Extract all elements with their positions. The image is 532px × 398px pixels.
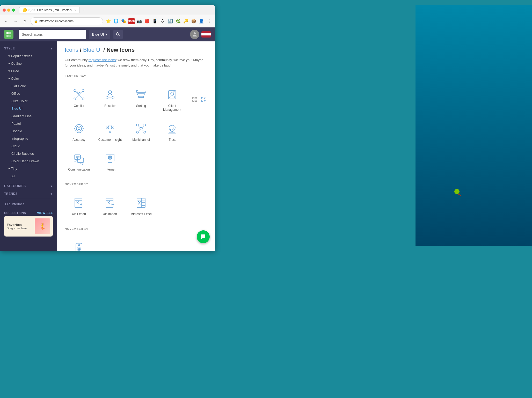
- sidebar-item-infographic[interactable]: Infographic: [0, 135, 57, 142]
- icon-multichannel[interactable]: Multichannel: [127, 118, 155, 145]
- extension-icon-7[interactable]: 🛡: [159, 18, 166, 24]
- sidebar-item-label: Doodle: [11, 129, 22, 133]
- search-bar[interactable]: [19, 30, 86, 39]
- bookmark-icon[interactable]: ⭐: [105, 18, 111, 24]
- sidebar-item-blue-ui[interactable]: Blue UI: [0, 105, 57, 112]
- more-options-button[interactable]: ⋮: [206, 18, 212, 24]
- title-bar: 🟡 3,700 Free Icons (PNG, vector) ✕ +: [0, 5, 215, 15]
- maximize-window-button[interactable]: [12, 9, 15, 12]
- svg-point-46: [108, 125, 112, 128]
- svg-point-39: [75, 124, 83, 133]
- forward-button[interactable]: →: [12, 18, 19, 25]
- icon-xls-export[interactable]: X Xls Export: [65, 192, 93, 219]
- sidebar-item-label: Pastel: [11, 122, 21, 126]
- reload-button[interactable]: ↻: [21, 18, 28, 25]
- sidebar-item-gradient-line[interactable]: Gradient Line: [0, 112, 57, 120]
- categories-section-header[interactable]: CATEGORIES ▼: [0, 182, 57, 190]
- sidebar-item-tiny[interactable]: ▾ Tiny: [0, 165, 57, 172]
- extension-icon-1[interactable]: 🌐: [113, 18, 119, 24]
- extension-icon-11[interactable]: 📦: [191, 18, 197, 24]
- list-icon: [201, 97, 206, 102]
- app-logo[interactable]: [4, 30, 13, 39]
- extension-icon-2[interactable]: 🎭: [121, 18, 127, 24]
- user-profile-button[interactable]: [190, 30, 199, 39]
- search-button[interactable]: [113, 30, 123, 39]
- new-tab-button[interactable]: +: [81, 7, 87, 13]
- icon-internet[interactable]: Internet: [96, 148, 124, 175]
- sidebar-item-doodle[interactable]: Doodle: [0, 127, 57, 135]
- tab-close-button[interactable]: ✕: [74, 9, 76, 12]
- sidebar-item-outline[interactable]: ▾ Outline: [0, 60, 57, 67]
- svg-point-95: [78, 244, 80, 246]
- communication-icon-svg: [72, 152, 86, 165]
- extension-icon-10[interactable]: 🔑: [183, 18, 189, 24]
- sidebar-item-label: ▾ Popular styles: [8, 54, 32, 58]
- svg-point-41: [78, 128, 80, 130]
- style-selector-label: Blue UI: [92, 32, 104, 36]
- user-avatar[interactable]: 👤: [198, 18, 205, 24]
- icon-sorting[interactable]: Sorting: [127, 84, 155, 115]
- icon-reseller[interactable]: Reseller: [96, 84, 124, 115]
- icon-xls-import[interactable]: X Xls Import: [96, 192, 124, 219]
- icon-microsoft-excel[interactable]: X Microsoft Excel: [127, 192, 155, 219]
- breadcrumb-blue-ui-link[interactable]: Blue UI: [83, 47, 102, 53]
- sidebar-item-circle-bubbles[interactable]: Circile Bubbles: [0, 150, 57, 157]
- breadcrumb-icons-link[interactable]: Icons: [65, 47, 78, 53]
- svg-point-40: [76, 126, 82, 131]
- icon-speaker[interactable]: Speaker: [65, 237, 93, 246]
- chat-button[interactable]: [197, 230, 210, 243]
- sidebar-item-flat-color[interactable]: Flat Color: [0, 82, 57, 90]
- view-all-button[interactable]: View All: [37, 211, 53, 215]
- sorting-label: Sorting: [136, 104, 146, 108]
- style-selector[interactable]: Blue UI ▾: [89, 30, 111, 39]
- conflict-label: Conflict: [74, 104, 84, 108]
- extension-icon-3[interactable]: 3088: [128, 18, 135, 24]
- style-section-header[interactable]: STYLE ▲: [0, 45, 57, 52]
- icon-conflict[interactable]: Conflict: [65, 84, 93, 115]
- list-view-button[interactable]: [200, 96, 207, 103]
- browser-tab[interactable]: 🟡 3,700 Free Icons (PNG, vector) ✕: [19, 7, 80, 13]
- xls-export-icon-svg: X: [72, 196, 86, 210]
- svg-rect-37: [170, 91, 171, 92]
- requests-link[interactable]: requests the icons: [89, 58, 116, 62]
- extension-icon-9[interactable]: 🌿: [175, 18, 181, 24]
- svg-rect-9: [193, 100, 194, 101]
- grid-view-button[interactable]: [191, 96, 198, 103]
- extension-icon-4[interactable]: 📷: [136, 18, 142, 24]
- language-flag-button[interactable]: [201, 31, 211, 38]
- icon-customer-insight[interactable]: Customer Insight: [96, 118, 124, 145]
- sidebar-item-label: Office: [11, 92, 20, 95]
- sidebar-item-color[interactable]: ▾ Color: [0, 75, 57, 82]
- back-button[interactable]: ←: [3, 18, 10, 25]
- minimize-window-button[interactable]: [7, 9, 10, 12]
- lock-icon: 🔒: [34, 19, 38, 23]
- sidebar-item-color-hand-drawn[interactable]: Color Hand Drawn: [0, 157, 57, 165]
- trends-section-header[interactable]: TRENDS ▼: [0, 190, 57, 198]
- icon-trust[interactable]: Trust: [158, 118, 186, 145]
- svg-line-29: [111, 94, 113, 97]
- favorites-card[interactable]: Favorites Drag icons here 🧜: [4, 216, 53, 237]
- sidebar-item-all[interactable]: All: [0, 172, 57, 180]
- sidebar-item-cloud[interactable]: Cloud: [0, 142, 57, 150]
- extension-icon-8[interactable]: 🔄: [167, 18, 173, 24]
- sidebar-item-cute-color[interactable]: Cute Color: [0, 97, 57, 105]
- icon-communication[interactable]: Communication: [65, 148, 93, 175]
- svg-point-54: [136, 124, 139, 126]
- sidebar-item-office[interactable]: Office: [0, 90, 57, 97]
- sidebar-item-old-interface[interactable]: Old Interface: [0, 200, 57, 208]
- breadcrumb-sep-1: /: [80, 47, 83, 53]
- svg-rect-31: [136, 91, 146, 92]
- extension-icon-6[interactable]: 📱: [152, 18, 158, 24]
- search-input[interactable]: [22, 32, 83, 36]
- icon-accuracy[interactable]: Accuracy: [65, 118, 93, 145]
- sidebar-item-label: Gradient Line: [11, 114, 32, 118]
- sidebar-item-popular-styles[interactable]: ▾ Popular styles: [0, 52, 57, 60]
- address-bar[interactable]: 🔒 https://icons8.com/icon/n...: [31, 17, 103, 25]
- icon-client-management[interactable]: Client Management: [158, 84, 186, 115]
- sidebar-item-filled[interactable]: ▾ Filled: [0, 67, 57, 75]
- extension-icon-5[interactable]: 🔴: [144, 18, 150, 24]
- close-window-button[interactable]: [3, 9, 6, 12]
- conflict-icon-svg: [72, 88, 86, 101]
- sidebar-item-pastel[interactable]: Pastel: [0, 120, 57, 127]
- main-area: STYLE ▲ ▾ Popular styles ▾ Outline ▾ Fil…: [0, 41, 215, 246]
